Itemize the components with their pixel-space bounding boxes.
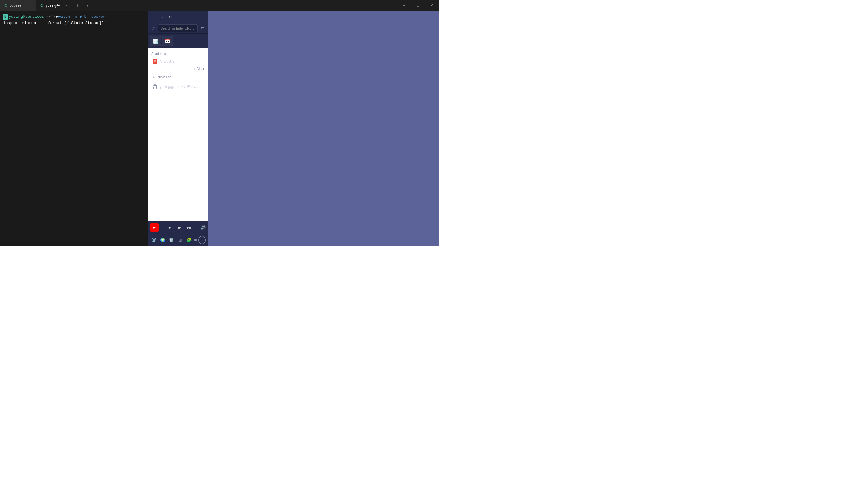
sidebar-toggle-icon[interactable]: ⇄ <box>199 25 206 31</box>
browser-panel: ← → ↻ ↗ Search or Enter URL... ⇄ 🗒️ 📅 Ac… <box>148 11 208 246</box>
terminal-line2: inspect microbin --format {{.State.Statu… <box>3 21 145 25</box>
volume-button[interactable]: 🔊 <box>200 225 206 230</box>
media-controls: ⏮ ▶ ⏭ <box>161 224 198 231</box>
tab-dropdown-button[interactable]: ▾ <box>83 0 92 11</box>
fav-notion[interactable]: 🗒️ <box>150 36 161 46</box>
sidebar-divider-line <box>151 69 191 69</box>
sidebar-content: Academic M MicroBin ↓ Clear + New Tab <box>148 48 208 221</box>
dock-add-button[interactable]: + <box>198 236 206 244</box>
dock-grid-icon[interactable]: ⊞ <box>177 236 184 244</box>
new-tab-button[interactable]: + <box>72 0 83 11</box>
github-icon <box>153 84 157 89</box>
sidebar-section-academic: Academic <box>148 51 208 57</box>
tab-codese[interactable]: ⬡ codese ✕ <box>0 0 36 11</box>
url-bar[interactable]: Search or Enter URL... <box>158 24 198 32</box>
window-controls: − □ ✕ <box>397 0 439 11</box>
terminal-icon: ⬡ <box>4 3 8 7</box>
refresh-button[interactable]: ↻ <box>167 13 174 20</box>
prompt-n-badge: N <box>3 14 7 20</box>
dock-shield-icon[interactable]: 🛡️ <box>168 236 175 244</box>
tab-codese-label: codese <box>10 3 22 7</box>
youtube-icon: ▶ <box>150 223 158 232</box>
dock-trash-icon[interactable]: 🗑️ <box>150 236 157 244</box>
forward-button[interactable]: → <box>158 13 165 20</box>
fav-calendar[interactable]: 📅 <box>162 36 173 46</box>
tab-list: ⬡ codese ✕ ⬡ yusing@ ✕ + ▾ <box>0 0 92 11</box>
clear-label: Clear <box>196 67 204 70</box>
close-button[interactable]: ✕ <box>425 0 439 11</box>
sidebar-divider-row: ↓ Clear <box>148 66 208 72</box>
browser-nav-bar: ← → ↻ <box>148 11 208 23</box>
youtube-play-icon: ▶ <box>153 226 156 229</box>
tab-yusing[interactable]: ⬡ yusing@ ✕ <box>36 0 72 11</box>
terminal-prompt-line: N yusing@services > ~ > ▶ watch -n 0.5 '… <box>3 14 145 20</box>
maximize-button[interactable]: □ <box>411 0 425 11</box>
url-bar-text: Search or Enter URL... <box>161 27 194 30</box>
minimize-button[interactable]: − <box>397 0 411 11</box>
play-button[interactable]: ▶ <box>176 224 183 231</box>
terminal-icon-2: ⬡ <box>40 3 44 7</box>
terminal-command1: watch -n 0.5 'docker <box>59 14 105 20</box>
browser-main-viewport[interactable] <box>208 11 439 246</box>
tab-yusing-label: yusing@ <box>46 3 60 7</box>
microbin-favicon: M <box>153 59 157 64</box>
prompt-cursor: ▶ <box>56 14 59 20</box>
share-icon[interactable]: ↗ <box>150 25 156 31</box>
clear-button[interactable]: ↓ Clear <box>194 67 204 70</box>
dock-dot <box>194 239 196 241</box>
tab-yusing-close[interactable]: ✕ <box>64 3 68 8</box>
prompt-arrow1: > <box>45 14 48 20</box>
back-button[interactable]: ← <box>150 13 157 20</box>
sidebar-new-tab[interactable]: + New Tab <box>149 73 207 82</box>
tab-codese-close[interactable]: ✕ <box>27 3 32 8</box>
gh-item-label: yusing/go-proxy: Easy... <box>160 85 198 89</box>
prompt-arrow2: > <box>53 14 55 20</box>
sidebar-item-microbin-label: MicroBin <box>160 59 174 64</box>
next-button[interactable]: ⏭ <box>186 224 193 231</box>
bottom-dock: 🗑️ 🌍 🛡️ ⊞ 🧩 + <box>148 234 208 246</box>
calendar-icon: 📅 <box>164 38 170 44</box>
prev-button[interactable]: ⏮ <box>166 224 174 231</box>
dock-earth-icon[interactable]: 🌍 <box>159 236 166 244</box>
clear-arrow-icon: ↓ <box>194 67 195 70</box>
browser-toolbar: ↗ Search or Enter URL... ⇄ <box>148 23 208 34</box>
favorites-bar: 🗒️ 📅 <box>148 34 208 48</box>
notion-icon: 🗒️ <box>153 38 158 44</box>
sidebar-item-microbin[interactable]: M MicroBin <box>149 57 207 66</box>
prompt-tilde: ~ <box>49 14 51 20</box>
sidebar-new-tab-label: New Tab <box>157 75 171 79</box>
prompt-user: yusing@services <box>9 14 44 20</box>
titlebar: ⬡ codese ✕ ⬡ yusing@ ✕ + ▾ − □ ✕ <box>0 0 439 11</box>
terminal-pane[interactable]: N yusing@services > ~ > ▶ watch -n 0.5 '… <box>0 11 148 246</box>
main-area: N yusing@services > ~ > ▶ watch -n 0.5 '… <box>0 11 439 246</box>
dock-puzzle-icon[interactable]: 🧩 <box>186 236 193 244</box>
media-bar: ▶ ⏮ ▶ ⏭ 🔊 <box>148 221 208 234</box>
new-tab-plus-icon: + <box>153 75 155 79</box>
sidebar-gh-item[interactable]: yusing/go-proxy: Easy... <box>149 83 207 91</box>
